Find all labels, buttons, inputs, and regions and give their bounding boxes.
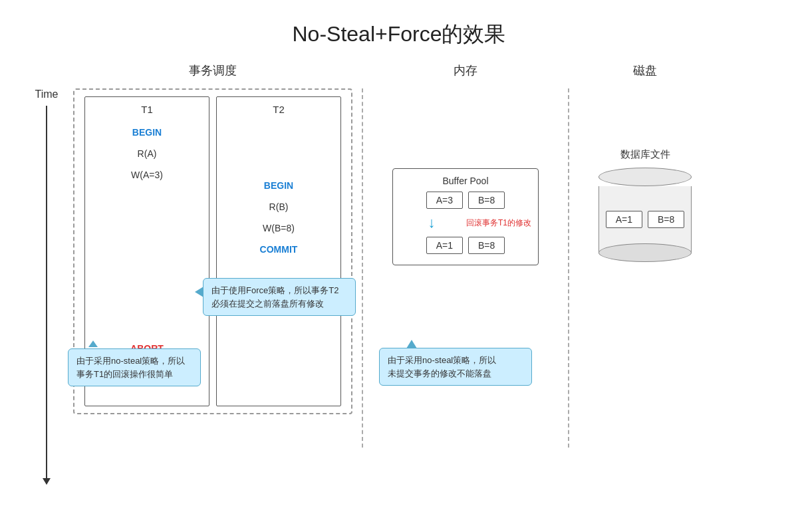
buffer-pool-label: Buffer Pool xyxy=(400,176,531,186)
buffer-before-row: A=3 B=8 xyxy=(400,192,531,209)
page-title: No-Steal+Force的效果 xyxy=(0,0,798,63)
tooltip-mem-text: 由于采用no-steal策略，所以未提交事务的修改不能落盘 xyxy=(388,355,496,378)
time-line xyxy=(46,106,47,478)
disk-a: A=1 xyxy=(606,211,642,228)
t2-column: T2 BEGIN R(B) W(B=8) COMMIT xyxy=(216,96,341,406)
buf-a-before: A=3 xyxy=(426,192,463,209)
disk-b: B=8 xyxy=(648,211,684,228)
time-arrow xyxy=(43,478,51,485)
memory-header: 内存 xyxy=(372,63,559,78)
t2-rb: R(B) xyxy=(269,201,289,212)
buf-a-after: A=1 xyxy=(426,237,463,254)
cyl-top xyxy=(598,168,692,186)
t1-begin: BEGIN xyxy=(132,127,162,138)
schedule-box: T1 BEGIN R(A) W(A=3) ABORT T2 BEGIN R(B)… xyxy=(73,88,352,414)
disk-section: 数据库文件 A=1 B=8 xyxy=(579,82,712,262)
cyl-body: A=1 B=8 xyxy=(598,186,692,253)
t1-wa: W(A=3) xyxy=(131,170,163,180)
t1-title: T1 xyxy=(141,104,153,115)
t2-wb: W(B=8) xyxy=(263,223,295,233)
cylinder: A=1 B=8 xyxy=(598,168,692,262)
cyl-bottom xyxy=(598,243,692,262)
tooltip-t2: 由于使用Force策略，所以事务T2必须在提交之前落盘所有修改 xyxy=(203,278,356,316)
disk-label: 数据库文件 xyxy=(620,148,670,161)
disk-data-row: A=1 B=8 xyxy=(606,211,685,228)
disk-header: 磁盘 xyxy=(579,63,712,78)
rollback-label: 回滚事务T1的修改 xyxy=(466,217,531,229)
vsep-2 xyxy=(568,88,569,448)
buf-b-after: B=8 xyxy=(468,237,505,254)
t2-begin: BEGIN xyxy=(264,180,293,191)
tooltip-t1-text: 由于采用no-steal策略，所以事务T1的回滚操作很简单 xyxy=(76,356,185,379)
buf-b-before: B=8 xyxy=(468,192,505,209)
time-label: Time xyxy=(35,88,59,100)
rollback-arrow: ↓ xyxy=(400,214,464,231)
tooltip-t2-text: 由于使用Force策略，所以事务T2必须在提交之前落盘所有修改 xyxy=(211,285,338,309)
buffer-pool: Buffer Pool A=3 B=8 ↓ 回滚事务T1的修改 A=1 B=8 xyxy=(392,168,539,265)
t2-commit: COMMIT xyxy=(260,244,298,255)
tooltip-t1: 由于采用no-steal策略，所以事务T1的回滚操作很简单 xyxy=(68,348,201,386)
t1-ra: R(A) xyxy=(138,148,157,159)
time-axis: Time xyxy=(20,82,73,485)
tooltip-mem: 由于采用no-steal策略，所以未提交事务的修改不能落盘 xyxy=(379,348,532,386)
vsep-1 xyxy=(362,88,363,448)
schedule-header: 事务调度 xyxy=(73,63,352,78)
buffer-after-row: A=1 B=8 xyxy=(400,237,531,254)
t2-title: T2 xyxy=(273,104,285,115)
